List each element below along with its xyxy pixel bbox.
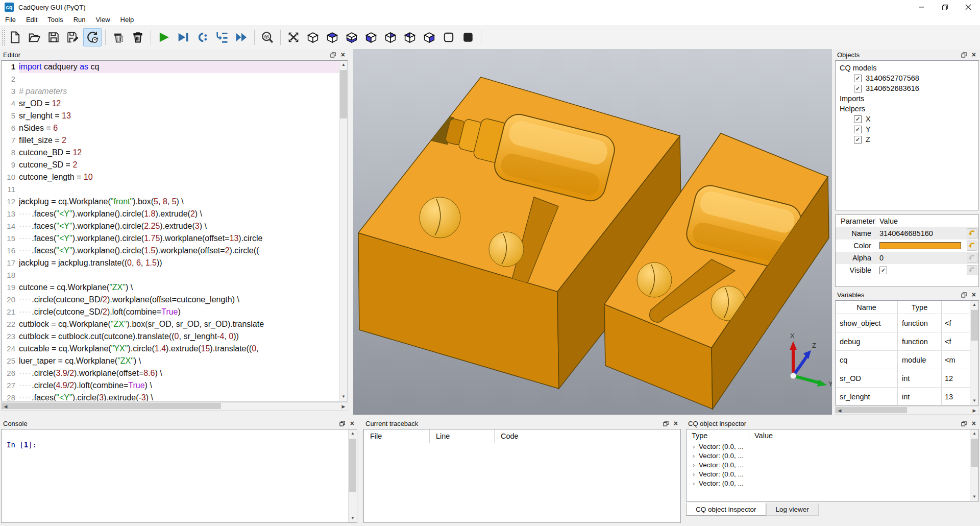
scroll-up-icon[interactable]: ▲ — [970, 429, 978, 438]
code-line[interactable]: 7fillet_size = 2 — [2, 134, 339, 147]
property-value[interactable]: 0 — [875, 254, 965, 262]
menu-edit[interactable]: Edit — [21, 15, 42, 25]
code-line[interactable]: 22cutblock = cq.Workplane("ZX").box(sr_O… — [2, 318, 339, 330]
variables-horizontal-scrollbar[interactable]: ◀ ▶ — [835, 407, 979, 415]
code-line[interactable]: 23cutblock = cutblock.cut(cutcone).trans… — [2, 330, 339, 343]
property-value[interactable]: ✓ — [875, 267, 965, 274]
view-iso-button[interactable] — [304, 28, 322, 46]
code-line[interactable]: 8cutcone_BD = 12 — [2, 147, 339, 159]
visible-checkbox[interactable]: ✓ — [879, 267, 887, 274]
code-line[interactable]: 12jackplug = cq.Workplane("front").box(5… — [2, 196, 339, 208]
step-into-button[interactable] — [213, 28, 231, 46]
delete-faded-button[interactable] — [109, 28, 128, 46]
restore-button[interactable] — [933, 0, 957, 14]
scroll-up-icon[interactable]: ▲ — [339, 61, 348, 69]
scroll-left-icon[interactable]: ◀ — [836, 407, 844, 414]
minimize-button[interactable] — [910, 0, 933, 14]
delete-all-button[interactable] — [129, 28, 147, 46]
step-over-button[interactable] — [193, 28, 212, 46]
close-panel-icon[interactable]: × — [972, 291, 976, 298]
toolbar-drag-handle[interactable] — [1, 29, 5, 46]
inspector-row[interactable]: ›Vector: (0.0, ... — [687, 460, 978, 469]
close-panel-icon[interactable]: × — [341, 51, 345, 58]
code-line[interactable]: 28····.faces("<Y").circle(3).extrude(-3)… — [2, 392, 339, 401]
code-line[interactable]: 5sr_lenght = 13 — [2, 110, 339, 122]
tree-group-cq-models[interactable]: CQ models — [836, 63, 978, 73]
console-vertical-scrollbar[interactable]: ▲ ▼ — [348, 429, 357, 522]
code-line[interactable]: 11 — [2, 183, 339, 196]
code-line[interactable]: 13····.faces("<Y").workplane().circle(1.… — [2, 208, 339, 220]
scroll-down-icon[interactable]: ▼ — [970, 397, 978, 405]
continue-button[interactable] — [232, 28, 251, 46]
inspector-vertical-scrollbar[interactable]: ▲ ▼ — [970, 429, 978, 501]
scroll-right-icon[interactable]: ▶ — [339, 403, 348, 410]
tab-cq-object-inspector[interactable]: CQ object inspector — [686, 503, 766, 516]
scrollbar-thumb[interactable] — [971, 310, 978, 341]
scroll-left-icon[interactable]: ◀ — [2, 403, 10, 410]
tree-item[interactable]: ✓Y — [836, 124, 978, 134]
variable-row[interactable]: sr_ODint12 — [836, 369, 978, 388]
code-line[interactable]: 2 — [2, 73, 339, 85]
code-line[interactable]: 20····.circle(cutcone_BD/2).workplane(of… — [2, 294, 339, 306]
fit-all-button[interactable] — [284, 28, 303, 46]
code-line[interactable]: 16····.faces("<Y").workplane().circle(1.… — [2, 245, 339, 257]
scroll-right-icon[interactable]: ▶ — [970, 407, 978, 414]
editor-vertical-scrollbar[interactable]: ▲ ▼ — [339, 61, 348, 401]
expand-chevron-icon[interactable]: › — [687, 443, 697, 450]
view-front-button[interactable] — [362, 28, 380, 46]
variable-row[interactable]: cqmodule<m — [836, 351, 978, 369]
float-panel-icon[interactable] — [663, 421, 669, 426]
menu-help[interactable]: Help — [115, 15, 139, 25]
code-line[interactable]: 26····.circle(3.9/2).workplane(offset=8.… — [2, 367, 339, 379]
close-panel-icon[interactable]: × — [972, 420, 976, 427]
undo-button[interactable] — [967, 228, 977, 238]
code-line[interactable]: 18 — [2, 269, 339, 281]
code-editor[interactable]: 1import cadquery as cq23# parameters4sr_… — [1, 60, 348, 401]
menu-run[interactable]: Run — [68, 15, 91, 25]
tree-item[interactable]: ✓X — [836, 114, 978, 124]
tree-item[interactable]: ✓3140652683616 — [836, 83, 978, 93]
inspector-row[interactable]: ›Vector: (0.0, ... — [687, 451, 978, 460]
variable-row[interactable]: show_objectfunction<f — [836, 314, 978, 332]
checkbox[interactable]: ✓ — [854, 75, 862, 82]
code-line[interactable]: 10cutcone_length = 10 — [2, 171, 339, 183]
expand-chevron-icon[interactable]: › — [687, 461, 697, 469]
float-panel-icon[interactable] — [961, 421, 967, 426]
code-line[interactable]: 3# parameters — [2, 85, 339, 98]
variable-row[interactable]: debugfunction<f — [836, 332, 978, 351]
save-as-button[interactable] — [64, 28, 82, 46]
inspector-row[interactable]: ›Vector: (0.0, ... — [687, 479, 978, 488]
code-line[interactable]: 1import cadquery as cq — [2, 61, 339, 73]
expand-chevron-icon[interactable]: › — [687, 452, 697, 460]
scroll-down-icon[interactable]: ▼ — [339, 393, 348, 401]
run-button[interactable] — [155, 28, 173, 46]
scrollbar-thumb[interactable] — [2, 403, 221, 409]
menu-tools[interactable]: Tools — [42, 15, 68, 25]
code-line[interactable]: 21····.circle(cutcone_SD/2).loft(combine… — [2, 306, 339, 318]
scroll-down-icon[interactable]: ▼ — [349, 514, 357, 522]
float-panel-icon[interactable] — [961, 292, 967, 298]
scrollbar-thumb[interactable] — [349, 439, 356, 492]
tree-group-imports[interactable]: Imports — [836, 93, 978, 104]
view-left-button[interactable] — [401, 28, 419, 46]
checkbox[interactable]: ✓ — [854, 115, 862, 123]
editor-horizontal-scrollbar[interactable]: ◀ ▶ — [1, 402, 348, 411]
checkbox[interactable]: ✓ — [854, 126, 862, 133]
variables-vertical-scrollbar[interactable]: ▲ ▼ — [970, 301, 978, 405]
code-line[interactable]: 14····.faces("<Y").workplane().circle(2.… — [2, 220, 339, 232]
expand-chevron-icon[interactable]: › — [687, 470, 697, 478]
wireframe-toggle-button[interactable] — [439, 28, 458, 46]
expand-chevron-icon[interactable]: › — [687, 480, 697, 487]
close-panel-icon[interactable]: × — [674, 420, 678, 427]
close-button[interactable] — [957, 0, 980, 14]
variable-row[interactable]: sr_lenghtint13 — [836, 388, 978, 405]
3d-viewport[interactable]: X Z Y — [353, 49, 832, 415]
code-line[interactable]: 25luer_taper = cq.Workplane("ZX") \ — [2, 355, 339, 367]
menu-view[interactable]: View — [91, 15, 115, 25]
code-line[interactable]: 17jackplug = jackplug.translate((0, 6, 1… — [2, 257, 339, 269]
tree-item[interactable]: ✓3140652707568 — [836, 73, 978, 83]
new-file-button[interactable] — [6, 28, 24, 46]
undo-button[interactable] — [967, 241, 977, 251]
zoom-to-fit-button[interactable] — [258, 28, 277, 46]
inspector-row[interactable]: ›Vector: (0.0, ... — [687, 442, 978, 451]
